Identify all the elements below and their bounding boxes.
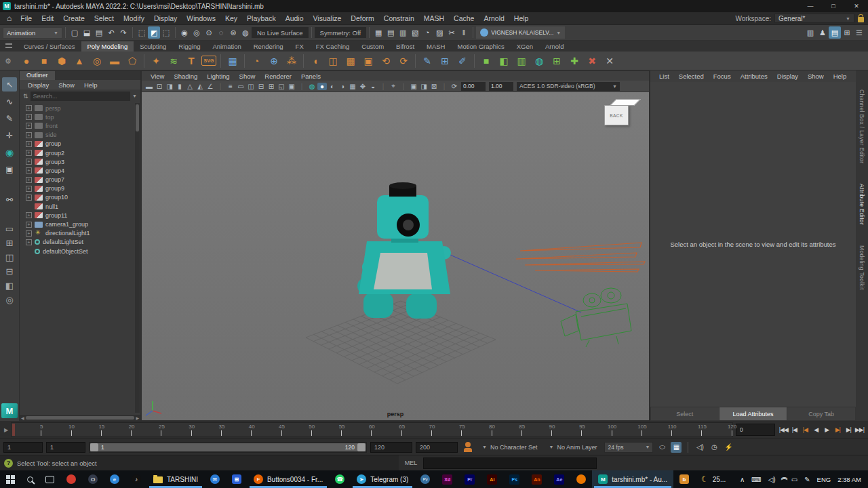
shelf-tab[interactable]: Poly Modeling [81,41,134,52]
save-scene-icon[interactable]: ▤ [93,26,105,39]
viewport-menu-item[interactable]: View [146,73,169,80]
pinned-app-edge[interactable]: e [104,470,125,488]
pause-viewport-icon[interactable]: ‖ [458,26,470,39]
type-tool-icon[interactable]: T [182,53,200,69]
expand-icon[interactable]: + [26,159,32,165]
ipr-render-icon[interactable]: ▤ [384,26,397,39]
outliner-item[interactable]: + top [20,113,140,121]
range-start-handle[interactable] [90,443,98,451]
smooth-icon[interactable]: ▩ [342,53,359,69]
sweep-mesh-icon[interactable]: ≋ [165,53,182,69]
maximize-button[interactable]: □ [822,0,845,12]
shelf-tab[interactable]: Animation [206,41,247,52]
menu-item[interactable]: Create [58,14,90,22]
attribute-menu-item[interactable]: Attributes [736,73,772,80]
expand-icon[interactable]: + [26,167,32,174]
select-tool[interactable]: ↖ [2,77,17,92]
exposure-icon[interactable]: ✥ [358,83,368,90]
viewport-menu-item[interactable]: Shading [169,73,202,80]
pinned-app-opera-gx[interactable] [60,470,82,488]
outliner-item[interactable]: + group11 [20,211,140,220]
minimize-button[interactable]: — [799,0,822,12]
layout-persp-graph[interactable]: ⊟ [2,266,17,277]
redo-icon[interactable]: ↷ [117,26,130,39]
shelf-tab[interactable]: Bifrost [390,41,420,52]
rotate-tool[interactable]: ◉ [2,145,17,159]
expand-icon[interactable]: + [26,105,32,111]
pinned-app-blender[interactable] [570,470,592,488]
film-gate-icon[interactable]: ▣ [409,83,418,90]
shelf-tab[interactable]: FX [290,41,310,52]
menu-item[interactable]: Modify [119,14,149,22]
taskbar-folder-tarshini[interactable]: TARSHINI [147,470,204,488]
adobe-animate-icon[interactable]: An [526,470,548,488]
attribute-menu-item[interactable]: Show [803,73,829,80]
viewport-panel[interactable]: ViewShadingLightingShowRendererPanels ▬⊡… [141,70,650,421]
go-to-end-button[interactable]: ▶▶| [855,426,864,433]
menu-item[interactable]: Deform [346,14,378,22]
attribute-editor-toggle[interactable]: ▤ [829,26,841,39]
select-object-icon[interactable]: ◩ [148,26,160,39]
outliner-tab[interactable]: Outliner [20,71,55,80]
viewport-menu-item[interactable]: Renderer [260,73,296,80]
lasso-tool[interactable]: ∿ [2,94,17,108]
attribute-menu-item[interactable]: Selected [674,73,709,80]
symmetry-icon[interactable]: ◧ [495,53,513,69]
render-settings-icon[interactable]: ▥ [397,26,409,39]
adobe-aftereffects-icon[interactable]: Ae [548,470,570,488]
shadows-icon[interactable]: ⊞ [267,83,276,90]
fps-select[interactable]: 24 fps ▼ [604,442,653,453]
shelf-tool-icon[interactable] [244,54,245,68]
snap-view-plane-icon[interactable]: ⊚ [227,26,239,39]
menu-item[interactable]: Windows [182,14,220,22]
expand-icon[interactable]: + [26,114,32,120]
shelf-tab[interactable]: Rigging [172,41,206,52]
menu-set-select[interactable]: Animation ▼ [3,27,62,39]
render-current-frame-icon[interactable]: ▦ [372,26,384,39]
outliner-item[interactable]: + group10 [20,193,140,202]
center-pivot-icon[interactable]: ⊕ [265,53,283,69]
shelf-tab[interactable]: XGen [511,41,539,52]
field-chart-icon[interactable]: ⟳ [450,83,459,90]
outliner-item[interactable]: + persp [20,104,140,113]
new-scene-icon[interactable]: ▢ [68,26,81,39]
taskbar-maya[interactable]: M tarshini.mb* - Au... [592,470,673,488]
flip-icon[interactable]: ▥ [513,53,530,69]
live-surface-field[interactable]: No Live Surface [252,27,309,38]
snap-grid-icon[interactable]: ◉ [178,26,191,39]
outliner-vscrollbar[interactable] [135,103,140,413]
outliner-item[interactable]: + group [20,140,140,148]
shelf-tool-icon[interactable] [144,54,144,68]
divider[interactable]: | [378,83,388,90]
outliner-item[interactable]: + defaultObjectSet [20,247,140,256]
pen-icon[interactable]: ✎ [804,476,810,483]
poly-cone-icon[interactable]: ▲ [71,53,88,69]
multi-cut-icon[interactable]: ✎ [418,53,436,69]
divider[interactable]: | [297,83,307,90]
outliner-item[interactable]: + defaultLightSet [20,238,140,247]
sidebar-tab[interactable]: Channel Box / Layer Editor [859,89,865,163]
select-hierarchy-icon[interactable]: ⬚ [136,26,148,39]
animation-start-field[interactable] [3,442,43,453]
joints-xray-icon[interactable]: ▦ [348,83,357,90]
undo-icon[interactable]: ↶ [105,26,117,39]
textured-icon[interactable]: ◫ [246,83,256,90]
select-component-icon[interactable]: ⬚ [160,26,172,39]
gamma-icon[interactable]: ◒ [368,83,378,90]
mel-command-input[interactable] [423,458,597,469]
battery-icon[interactable]: ▭ [791,476,797,483]
timeline-menu-icon[interactable]: ▶ [1,427,11,433]
evaluation-clock-icon[interactable]: ◷ [709,443,719,451]
pinned-app-store[interactable]: ⊞ [226,470,248,488]
spherize-icon[interactable]: ◍ [530,53,548,69]
shelf-tab[interactable]: Arnold [539,41,570,52]
chevron-down-icon[interactable]: ▼ [132,94,137,98]
open-scene-icon[interactable]: ⬓ [81,26,93,39]
target-weld-icon[interactable]: ◔ [248,53,265,69]
language-indicator[interactable]: ENG [817,476,831,483]
expand-icon[interactable]: + [26,186,32,192]
pinned-app-tiktok[interactable]: ♪ [125,470,147,488]
shelf-tool-icon[interactable] [415,54,416,68]
mirror-icon[interactable]: ■ [477,53,495,69]
shelf-tab[interactable]: Curves / Surfaces [18,41,81,52]
